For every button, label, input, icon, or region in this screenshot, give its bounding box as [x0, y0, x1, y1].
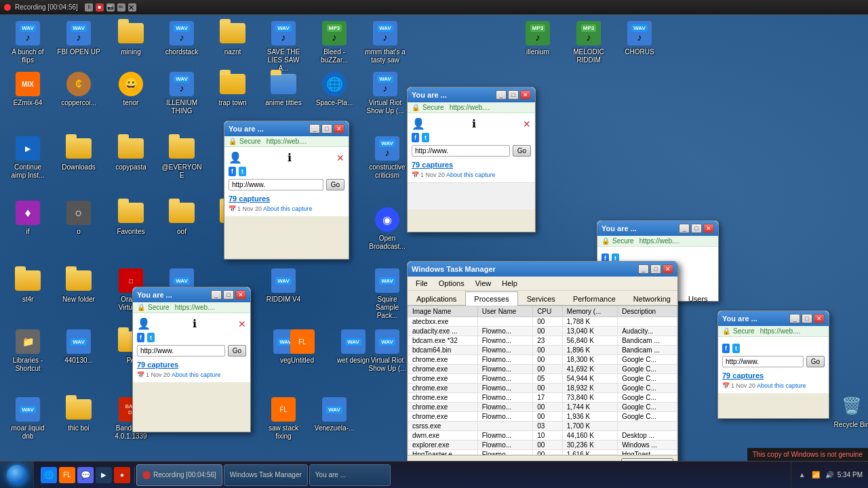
facebook-icon-4[interactable]: f	[722, 344, 730, 353]
desktop-icon-virtual-riot-1[interactable]: WAV ♪ Virtual Riot Show Up (...	[361, 68, 410, 118]
tm-menu-view[interactable]: View	[470, 278, 497, 289]
wb4-captures-link[interactable]: 79 captures	[722, 371, 764, 380]
desktop-icon-melodic-riddim[interactable]: MP3 ♪ MELODIC RIDDIM	[564, 17, 613, 67]
wb4-url-input[interactable]	[722, 356, 804, 367]
wb1-url-input[interactable]	[229, 179, 323, 190]
wb3-max[interactable]: □	[223, 290, 234, 300]
table-row[interactable]: chrome.exeFlowmo...0554,944 KGoogle C...	[408, 374, 677, 384]
desktop-icon-fbi[interactable]: WAV ♪ FBI OPEN UP	[54, 17, 103, 59]
wb3-captures-link[interactable]: 79 captures	[137, 361, 178, 369]
taskbar-item-recording[interactable]: Recording [00:04:56]	[136, 464, 222, 486]
desktop-icon-oof[interactable]: oof	[157, 197, 206, 239]
wb4-go-button[interactable]: Go	[806, 356, 825, 367]
desktop-icon-everyone[interactable]: @EVERYONE	[157, 132, 206, 182]
tab-applications[interactable]: Applications	[408, 291, 465, 306]
wb4-max[interactable]: □	[802, 314, 812, 323]
wb3-x-icon[interactable]: ✕	[238, 319, 246, 329]
wb3-min[interactable]: _	[211, 290, 222, 300]
table-row[interactable]: bdcam64.binFlowmo...001,896 KBandicam ..…	[408, 346, 677, 355]
wb3-about-link[interactable]: About this capture	[172, 371, 221, 378]
desktop-icon-new-folder[interactable]: New folder	[54, 264, 103, 306]
tm-menu-options[interactable]: Options	[433, 278, 470, 289]
table-row[interactable]: explorer.exeFlowmo...0030,236 KWindows .…	[408, 441, 677, 450]
tm-menu-file[interactable]: File	[410, 278, 433, 289]
wb2-min[interactable]: _	[496, 90, 507, 100]
desktop-icon-virtual-riot-2[interactable]: WAV Virtual Riot Show Up (...	[363, 325, 412, 375]
tm-max[interactable]: □	[650, 264, 661, 274]
facebook-icon-3[interactable]: f	[137, 333, 144, 342]
desktop-icon-st4r[interactable]: st4r	[3, 264, 52, 306]
desktop-icon-untitled[interactable]: FL Untitled	[278, 325, 327, 367]
tm-controls[interactable]: _ □ ✕	[638, 264, 673, 274]
tab-services[interactable]: Services	[518, 291, 564, 306]
tm-menu-help[interactable]: Help	[496, 278, 523, 289]
table-row[interactable]: dwm.exeFlowmo...1044,160 KDesktop ...	[408, 431, 677, 441]
draw-btn[interactable]: ✏	[117, 3, 125, 12]
wb5-controls[interactable]: _ □ ✕	[679, 224, 714, 233]
wb5-close[interactable]: ✕	[703, 224, 714, 233]
col-cpu[interactable]: CPU	[533, 306, 563, 317]
tab-performance[interactable]: Performance	[564, 291, 625, 306]
discord-taskbar-icon[interactable]: 💬	[77, 467, 94, 483]
wb5-min[interactable]: _	[679, 224, 690, 233]
wb2-go-button[interactable]: Go	[513, 145, 531, 157]
taskbar-item-tm[interactable]: Windows Task Manager	[224, 464, 308, 486]
desktop-icon-saw-stack[interactable]: FL saw stack fixing	[259, 393, 308, 443]
wb3-close[interactable]: ✕	[235, 290, 246, 300]
table-row[interactable]: chrome.exeFlowmo...0018,932 KGoogle C...	[408, 384, 677, 393]
wb2-controls[interactable]: _ □ ✕	[496, 90, 531, 100]
taskbar-item-wb[interactable]: You are ...	[309, 464, 391, 486]
desktop-icon-favorites[interactable]: Favorites	[106, 197, 155, 239]
desktop-icon-recycle-bin[interactable]: 🗑️ Recycle Bin	[827, 390, 868, 432]
tm-process-list[interactable]: Image Name User Name CPU Memory (... Des…	[408, 306, 677, 455]
desktop-icon-illenium-thing[interactable]: WAV ♪ ILLENIUM THING	[157, 68, 206, 118]
desktop-icon-illenium[interactable]: MP3 ♪ illenium	[513, 17, 562, 59]
wb2-close[interactable]: ✕	[520, 90, 531, 100]
wb3-go-button[interactable]: Go	[228, 345, 246, 357]
wb1-min[interactable]: _	[309, 124, 320, 134]
desktop-icon-anime[interactable]: anime titties	[259, 68, 308, 110]
wb5-max[interactable]: □	[691, 224, 702, 233]
desktop-icon-save-saw[interactable]: WAV ♪ SAVE THE LIES SAW A...	[259, 17, 308, 75]
desktop-icon-squire[interactable]: WAV Squire Sample Pack...	[363, 264, 412, 323]
tm-titlebar[interactable]: Windows Task Manager _ □ ✕	[408, 262, 677, 277]
desktop-icon-bleed[interactable]: MP3 ♪ Bleed - buZZar...	[310, 17, 359, 67]
desktop-icon-mining[interactable]: mining	[106, 17, 155, 59]
close-rec-btn[interactable]: ✕	[128, 3, 136, 12]
wb2-max[interactable]: □	[508, 90, 519, 100]
stop-btn[interactable]: ■	[96, 3, 104, 12]
tab-networking[interactable]: Networking	[625, 291, 679, 306]
facebook-icon[interactable]: f	[229, 167, 236, 176]
wb4-close[interactable]: ✕	[814, 314, 825, 323]
wb5-titlebar[interactable]: You are ... _ □ ✕	[597, 221, 718, 236]
desktop-icon-chorus[interactable]: WAV ♪ CHORUS	[615, 17, 664, 59]
wb2-x-icon[interactable]: ✕	[523, 119, 531, 129]
wb4-controls[interactable]: _ □ ✕	[789, 314, 825, 323]
table-row[interactable]: chrome.exeFlowmo...1773,840 KGoogle C...	[408, 393, 677, 403]
wb2-url-input[interactable]	[412, 145, 510, 157]
cam-btn[interactable]: 📷	[106, 3, 115, 12]
table-row[interactable]: csrss.exe031,700 K	[408, 422, 677, 431]
desktop-icon-moar-liquid[interactable]: WAV moar liquid dnb	[3, 393, 52, 443]
tm-close[interactable]: ✕	[663, 264, 673, 274]
wb3-url-input[interactable]	[137, 345, 225, 357]
col-user-name[interactable]: User Name	[477, 306, 532, 317]
col-description[interactable]: Description	[618, 306, 677, 317]
chrome-taskbar-icon[interactable]: 🌐	[41, 467, 57, 483]
desktop-icon-trap-town[interactable]: trap town	[208, 68, 257, 110]
table-row[interactable]: chrome.exeFlowmo...0018,300 KGoogle C...	[408, 355, 677, 365]
wb3-titlebar[interactable]: You are ... _ □ ✕	[133, 287, 250, 302]
desktop-icon-copypasta[interactable]: copypasta	[106, 132, 155, 174]
desktop-icon-continue-aimp[interactable]: ▶ Continue aimp Inst...	[3, 132, 52, 182]
desktop-icon-downloads[interactable]: Downloads	[54, 132, 103, 174]
desktop-icon-if[interactable]: ♦ if	[3, 197, 52, 239]
table-row[interactable]: chrome.exeFlowmo...001,936 KGoogle C...	[408, 412, 677, 422]
desktop-icon-libraries[interactable]: 📁 Libraries - Shortcut	[3, 325, 52, 375]
table-row[interactable]: chrome.exeFlowmo...001,744 KGoogle C...	[408, 403, 677, 412]
table-row[interactable]: atecbxx.exe001,788 K	[408, 317, 677, 327]
wb1-controls[interactable]: _ □ ✕	[309, 124, 344, 134]
desktop-icon-constructive[interactable]: WAV ♪ constructive criticism	[363, 132, 412, 182]
tab-processes[interactable]: Processes	[465, 291, 517, 306]
desktop-icon-riddim-v4[interactable]: WAV RIDDIM V4	[259, 264, 308, 306]
table-row[interactable]: HpqToaster.e...Flowmo...001,616 KHpqToas…	[408, 450, 677, 455]
